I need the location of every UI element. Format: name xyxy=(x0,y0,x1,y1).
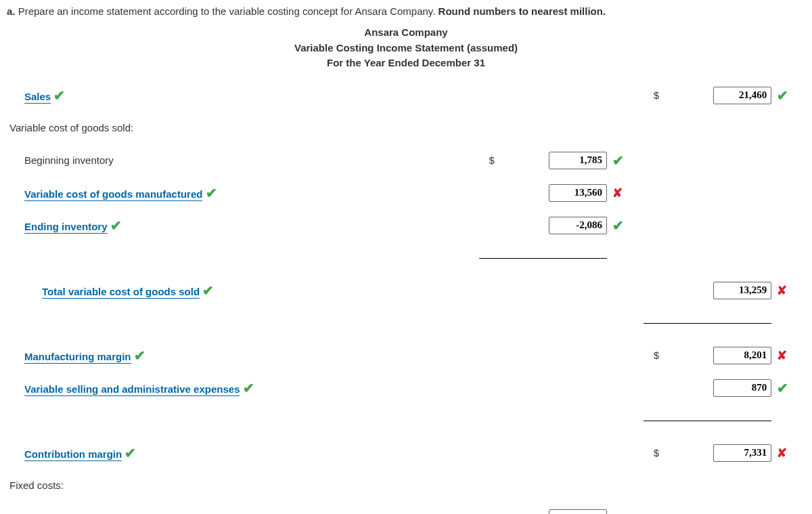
fixed-mfg-input[interactable] xyxy=(549,509,607,515)
contrib-label[interactable]: Contribution margin xyxy=(24,448,122,461)
vcogm-label[interactable]: Variable cost of goods manufactured xyxy=(24,188,202,201)
row-fixed-mfg: Fixed manufacturing costs ✔ $ ✔ xyxy=(7,502,805,515)
sales-input[interactable] xyxy=(713,87,771,104)
check-icon: ✔ xyxy=(110,218,122,233)
income-statement-table: Sales ✔ $ ✔ Variable cost of goods sold:… xyxy=(7,79,805,515)
cross-icon: ✘ xyxy=(777,284,787,297)
dollar-sign: $ xyxy=(476,144,497,177)
dollar-sign: $ xyxy=(641,339,662,372)
check-icon: ✔ xyxy=(125,446,136,461)
dollar-sign: $ xyxy=(641,79,662,112)
cross-icon: ✘ xyxy=(777,446,787,460)
vcogm-input[interactable] xyxy=(549,184,607,202)
check-icon: ✔ xyxy=(206,186,217,200)
dollar-sign: $ xyxy=(476,502,497,515)
row-beg-inv: Beginning inventory $ ✔ xyxy=(7,144,805,177)
statement-period: For the Year Ended December 31 xyxy=(7,56,805,71)
row-end-inv: Ending inventory ✔ ✔ xyxy=(7,209,805,242)
end-inv-input[interactable] xyxy=(549,217,607,234)
check-icon: ✔ xyxy=(202,283,214,298)
row-var-sell: Variable selling and administrative expe… xyxy=(7,372,805,404)
row-mfg-margin: Manufacturing margin ✔ $ ✘ xyxy=(7,339,805,372)
prompt-text: Prepare an income statement according to… xyxy=(16,5,438,17)
statement-header: Ansara Company Variable Costing Income S… xyxy=(7,25,805,71)
cross-icon: ✘ xyxy=(777,349,787,362)
mfg-margin-label[interactable]: Manufacturing margin xyxy=(24,351,131,364)
cross-icon: ✘ xyxy=(612,186,623,200)
prompt-letter: a. xyxy=(7,5,16,17)
tot-vcogs-label[interactable]: Total variable cost of goods sold xyxy=(42,286,200,299)
prompt-bold: Round numbers to nearest million. xyxy=(438,5,606,17)
row-contrib: Contribution margin ✔ $ ✘ xyxy=(7,437,805,469)
dollar-sign: $ xyxy=(641,437,662,469)
check-icon: ✔ xyxy=(612,511,624,515)
question-prompt: a. Prepare an income statement according… xyxy=(7,5,805,17)
tot-vcogs-input[interactable] xyxy=(713,282,771,299)
mfg-margin-input[interactable] xyxy=(713,347,771,364)
var-sell-label[interactable]: Variable selling and administrative expe… xyxy=(24,383,240,396)
check-icon: ✔ xyxy=(156,511,168,515)
check-icon: ✔ xyxy=(243,381,254,395)
check-icon: ✔ xyxy=(777,88,788,103)
check-icon: ✔ xyxy=(53,88,65,103)
check-icon: ✔ xyxy=(777,381,788,395)
check-icon: ✔ xyxy=(612,218,624,233)
row-sales: Sales ✔ $ ✔ xyxy=(7,79,805,112)
vcogs-header-label: Variable cost of goods sold: xyxy=(9,122,133,133)
row-fixed-header: Fixed costs: xyxy=(7,469,805,502)
beg-inv-label: Beginning inventory xyxy=(24,154,114,166)
row-vcogm: Variable cost of goods manufactured ✔ ✘ xyxy=(7,177,805,209)
statement-title: Variable Costing Income Statement (assum… xyxy=(7,41,805,56)
row-vcogs-header: Variable cost of goods sold: xyxy=(7,112,805,144)
end-inv-label[interactable]: Ending inventory xyxy=(24,221,108,234)
beg-inv-input[interactable] xyxy=(549,152,607,169)
var-sell-input[interactable] xyxy=(713,379,771,397)
check-icon: ✔ xyxy=(134,348,145,363)
row-tot-vcogs: Total variable cost of goods sold ✔ ✘ xyxy=(7,274,805,307)
check-icon: ✔ xyxy=(612,153,624,168)
company-name: Ansara Company xyxy=(7,25,805,41)
sales-label[interactable]: Sales xyxy=(24,91,51,104)
fixed-header-label: Fixed costs: xyxy=(9,479,64,491)
contrib-input[interactable] xyxy=(713,444,771,462)
